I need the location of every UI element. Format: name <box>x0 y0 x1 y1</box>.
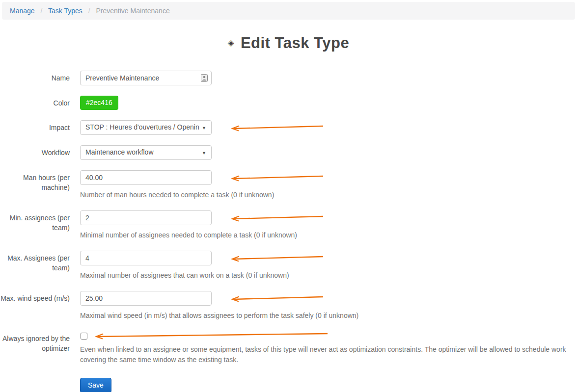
form-row-name: Name <box>0 71 577 85</box>
form-row-color: Color #2ec416 <box>0 96 577 110</box>
impact-label: Impact <box>0 120 70 132</box>
always-ignored-help: Even when linked to an assignee or some … <box>80 344 577 365</box>
annotation-arrow <box>228 254 324 262</box>
form-row-min-assignees: Min. assignees (per team) Minimal number… <box>0 210 577 240</box>
min-assignees-input[interactable] <box>80 210 212 225</box>
min-assignees-label: Min. assignees (per team) <box>0 210 70 233</box>
name-label: Name <box>0 71 70 83</box>
annotation-arrow <box>92 332 329 340</box>
form-row-man-hours: Man hours (per machine) Number of man ho… <box>0 170 577 200</box>
color-swatch[interactable]: #2ec416 <box>80 96 118 110</box>
form-row-max-assignees: Max. Assignees (per team) Maximal number… <box>0 251 577 281</box>
min-assignees-help: Minimal number of assignees needed to co… <box>80 230 577 240</box>
max-assignees-label: Max. Assignees (per team) <box>0 251 70 273</box>
breadcrumb-separator: / <box>88 7 90 15</box>
breadcrumb: Manage / Task Types / Preventive Mainten… <box>2 2 575 20</box>
breadcrumb-separator: / <box>40 7 42 15</box>
max-wind-speed-label: Max. wind speed (m/s) <box>0 291 70 303</box>
annotation-arrow <box>228 294 324 302</box>
edit-task-type-form: Name Color #2ec416 Impact STOP : Heures … <box>0 71 577 392</box>
man-hours-input[interactable] <box>80 170 212 185</box>
workflow-select-value: Maintenance workflow <box>85 148 154 156</box>
caret-down-icon: ▼ <box>202 151 206 156</box>
man-hours-label: Man hours (per machine) <box>0 170 70 193</box>
annotation-arrow <box>228 174 324 182</box>
man-hours-help: Number of man hours needed to complete a… <box>80 190 577 200</box>
impact-select[interactable]: STOP : Heures d'ouvertures / Openin ▼ <box>80 120 212 135</box>
form-row-always-ignored: Always ignored by the optimizer Even whe… <box>0 331 577 365</box>
impact-select-value: STOP : Heures d'ouvertures / Openin <box>85 123 199 131</box>
max-wind-speed-help: Maximal wind speed (in m/s) that allows … <box>80 311 577 321</box>
caret-down-icon: ▼ <box>202 126 206 131</box>
form-row-workflow: Workflow Maintenance workflow ▼ <box>0 145 577 160</box>
max-assignees-help: Maximal number of assignees that can wor… <box>80 270 577 281</box>
page-header: ◈Edit Task Type <box>0 34 577 52</box>
autofill-contact-icon[interactable] <box>201 74 208 82</box>
breadcrumb-current: Preventive Maintenance <box>96 7 169 15</box>
breadcrumb-link-task-types[interactable]: Task Types <box>48 7 82 15</box>
diamond-target-icon: ◈ <box>228 38 234 48</box>
max-wind-speed-input[interactable] <box>80 291 212 306</box>
max-assignees-input[interactable] <box>80 251 212 265</box>
workflow-select[interactable]: Maintenance workflow ▼ <box>80 145 212 160</box>
always-ignored-label: Always ignored by the optimizer <box>0 331 70 354</box>
form-row-save: Save <box>0 378 577 392</box>
form-row-impact: Impact STOP : Heures d'ouvertures / Open… <box>0 120 577 135</box>
color-label: Color <box>0 96 70 108</box>
workflow-label: Workflow <box>0 145 70 157</box>
page-title: Edit Task Type <box>241 34 349 52</box>
save-button[interactable]: Save <box>80 378 111 392</box>
breadcrumb-link-manage[interactable]: Manage <box>10 7 35 15</box>
form-row-max-wind-speed: Max. wind speed (m/s) Maximal wind speed… <box>0 291 577 321</box>
always-ignored-checkbox[interactable] <box>81 333 87 340</box>
name-input[interactable] <box>80 71 212 85</box>
annotation-arrow <box>228 124 324 131</box>
annotation-arrow <box>228 214 324 222</box>
